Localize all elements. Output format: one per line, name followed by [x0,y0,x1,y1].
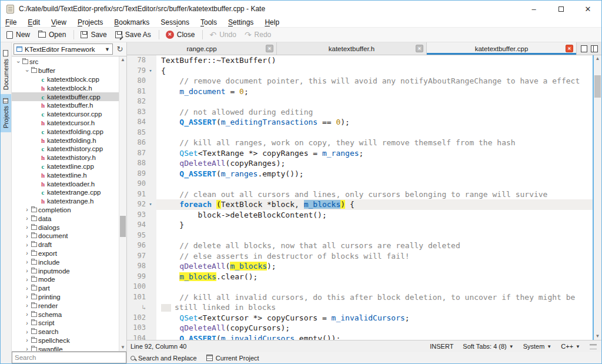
editor-scrollbar[interactable]: ▲ ▼ [593,55,601,340]
project-selector[interactable]: KTextEditor Framework ▼ [14,44,113,55]
tree-item-katetextblock.cpp[interactable]: ckatetextblock.cpp [12,75,119,84]
chevron-down-icon[interactable]: › [15,59,22,65]
tree-item-document[interactable]: ›document [12,232,119,241]
chevron-right-icon[interactable]: › [24,320,30,326]
tree-item-katetextline.cpp[interactable]: ckatetextline.cpp [12,162,119,171]
tab-katetextbuffer.cpp[interactable]: katetextbuffer.cpp✕ [427,42,577,55]
toolview-search-and-replace[interactable]: Search and Replace [131,355,197,362]
close-button[interactable]: ✕ [574,1,601,17]
code-line-103[interactable]: 103 qDeleteAll(copyCursors); [127,323,593,333]
tree-item-mode[interactable]: ›mode [12,275,119,284]
tree-item-search[interactable]: ›search [12,328,119,336]
tree-item-katetextcursor.cpp[interactable]: ckatetextcursor.cpp [12,110,119,119]
code-line-84[interactable]: 84 Q_ASSERT(m_editingTransactions == 0); [127,117,593,128]
save-as-button[interactable]: Save As [112,29,156,40]
code-line-87[interactable]: 87 QSet<TextRange *> copyRanges = m_rang… [127,148,593,159]
code-line-96[interactable]: 96 // delete all blocks, now that all cu… [127,241,593,251]
tree-item-inputmode[interactable]: ›inputmode [12,266,119,275]
tree-item-export[interactable]: ›export [12,249,119,258]
menu-help[interactable]: Help [265,18,279,26]
tree-item-data[interactable]: ›data [12,214,119,223]
maximize-button[interactable] [547,1,574,17]
tree-item-script[interactable]: ›script [12,319,119,328]
chevron-right-icon[interactable]: › [24,285,30,292]
new-button[interactable]: New [3,29,35,40]
scroll-up-icon[interactable]: ▲ [119,56,126,64]
tree-item-katetextline.h[interactable]: hkatetextline.h [12,171,119,179]
menu-edit[interactable]: Edit [28,18,40,26]
status-system[interactable]: System▼ [523,343,552,350]
tree-item-katetextbuffer.cpp[interactable]: ckatetextbuffer.cpp [12,92,119,101]
code-line-86[interactable]: 86 // kill all ranges, work on copy, the… [127,138,593,148]
toolview-current-project[interactable]: Current Project [206,355,259,362]
tree-item-katetexthistory.h[interactable]: hkatetexthistory.h [12,153,119,162]
code-line-99[interactable]: 99 m_blocks.clear(); [127,272,593,282]
tree-item-completion[interactable]: ›completion [12,206,119,215]
chevron-right-icon[interactable]: › [24,311,30,318]
tree-item-printing[interactable]: ›printing [12,293,119,302]
menu-tools[interactable]: Tools [200,18,217,26]
refresh-project-button[interactable]: ↻ [115,45,125,54]
save-button[interactable]: Save [77,29,111,40]
document-list-icon[interactable] [591,45,598,52]
fold-marker-icon[interactable]: ▾ [146,199,155,210]
tree-item-swapfile[interactable]: ›swapfile [12,345,119,351]
code-line-82[interactable]: 82 [127,96,593,107]
code-line-102[interactable]: 102 QSet<TextCursor *> copyCursors = m_i… [127,313,593,323]
code-line-94[interactable]: 94 } [127,220,593,231]
tree-item-spellcheck[interactable]: ›spellcheck [12,336,119,345]
chevron-right-icon[interactable]: › [24,250,30,256]
code-line-78[interactable]: 78TextBuffer::~TextBuffer() [127,55,593,66]
code-line-90[interactable]: 90 [127,179,593,189]
code-line-79[interactable]: 79▾{ [127,66,593,76]
chevron-right-icon[interactable]: › [24,224,30,231]
tab-katetextbuffer.h[interactable]: katetextbuffer.h✕ [277,42,427,55]
code-line-93[interactable]: 93 block->deleteBlockContent(); [127,210,593,221]
close-button[interactable]: ✕Close [162,29,200,40]
code-line-wrap[interactable]: ↳still linked in blocks [127,302,593,313]
code-line-95[interactable]: 95 [127,231,593,241]
tab-close-icon[interactable]: ✕ [416,45,423,52]
sidebar-tab-projects[interactable]: Projects [1,94,11,132]
tab-range.cpp[interactable]: range.cpp✕ [127,42,277,55]
menu-settings[interactable]: Settings [228,18,253,26]
code-line-104[interactable]: 104 Q_ASSERT(m_invalidCursors.empty()); [127,333,593,340]
chevron-right-icon[interactable]: › [24,329,30,335]
open-button[interactable]: Open [35,29,71,40]
code-line-88[interactable]: 88 qDeleteAll(copyRanges); [127,158,593,169]
tree-item-schema[interactable]: ›schema [12,310,119,319]
status-soft-tabs[interactable]: Soft Tabs: 4 (8)▼ [463,343,513,350]
new-document-icon[interactable] [581,45,587,52]
tree-scrollbar[interactable]: ▲ ▼ [119,56,126,351]
tree-item-dialogs[interactable]: ›dialogs [12,223,119,232]
tree-item-part[interactable]: ›part [12,284,119,293]
status-insert[interactable]: INSERT [430,343,453,350]
code-line-98[interactable]: 98 qDeleteAll(m_blocks); [127,261,593,272]
scroll-up-icon[interactable]: ▲ [594,55,601,62]
code-line-83[interactable]: 83 // not allowed during editing [127,107,593,118]
chevron-right-icon[interactable]: › [24,233,30,239]
code-line-101[interactable]: 101 // kill all invalid cursors, do this… [127,292,593,303]
tree-item-katetextrange.cpp[interactable]: ckatetextrange.cpp [12,188,119,197]
fold-marker-icon[interactable]: ▾ [146,66,155,76]
code-line-97[interactable]: 97 // else asserts in destructor of bloc… [127,251,593,262]
menu-bookmarks[interactable]: Bookmarks [114,18,149,26]
chevron-right-icon[interactable]: › [24,346,30,351]
tab-close-icon[interactable]: ✕ [566,45,573,52]
chevron-right-icon[interactable]: › [24,276,30,283]
chevron-right-icon[interactable]: › [24,268,30,274]
tree-item-katetextloader.h[interactable]: hkatetextloader.h [12,179,119,188]
menu-file[interactable]: File [5,18,16,26]
tree-item-render[interactable]: ›render [12,301,119,310]
chevron-right-icon[interactable]: › [24,259,30,265]
tree-item-src[interactable]: ›src [12,58,119,66]
menu-projects[interactable]: Projects [78,18,103,26]
tree-item-katetextfolding.h[interactable]: hkatetextfolding.h [12,136,119,145]
tree-item-include[interactable]: ›include [12,258,119,266]
tree-item-katetextblock.h[interactable]: hkatetextblock.h [12,84,119,92]
chevron-down-icon[interactable]: › [24,68,31,74]
menu-sessions[interactable]: Sessions [160,18,189,26]
project-search-input[interactable] [12,352,126,363]
chevron-right-icon[interactable]: › [24,302,30,309]
code-line-80[interactable]: 80 // remove document pointer, this will… [127,76,593,86]
